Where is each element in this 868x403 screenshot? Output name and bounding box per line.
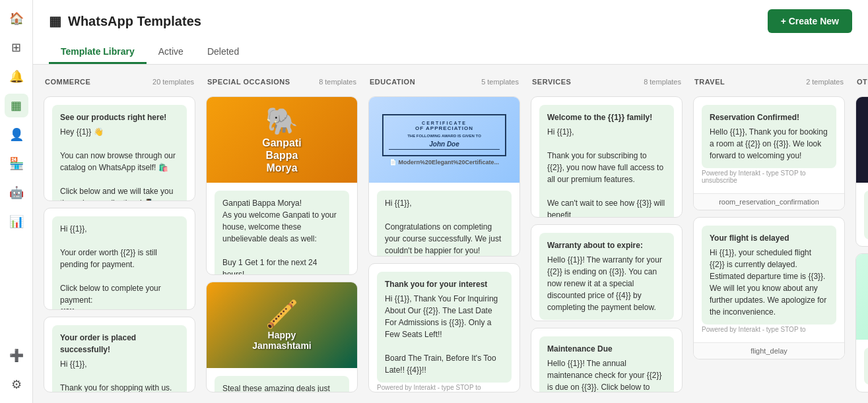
card-others-dark: ■ ■ ■ Hello {{1}}, We're currently a... … bbox=[855, 96, 868, 247]
column-title-others: OTHERS bbox=[857, 78, 868, 86]
card-order-placed: Your order is placed successfully! Hi {{… bbox=[44, 317, 195, 392]
card-subscription: Welcome to the {{1}} family! Hi {{1}}, T… bbox=[531, 96, 683, 218]
title-icon: ▦ bbox=[49, 13, 61, 29]
janmashtami-image: 🪈 HappyJanmashtami bbox=[207, 282, 357, 368]
message-flight-delay: Your flight is delayed Hi {{1}}, your sc… bbox=[702, 226, 836, 325]
cards-travel: Reservation Confirmed! Hello {{1}}, Than… bbox=[693, 96, 845, 392]
message-janmashtami: Steal these amazing deals just like Kris… bbox=[215, 376, 349, 392]
column-count-services: 8 templates bbox=[644, 78, 681, 86]
powered-warranty: Powered by Interakt - type STOP to unsub… bbox=[539, 320, 674, 321]
message-admission: Thank you for your interest Hi {{1}}, Th… bbox=[377, 272, 512, 383]
column-title-education: EDUCATION bbox=[370, 78, 415, 86]
admission-strong: Thank you for your interest bbox=[385, 278, 504, 290]
header: ▦ WhatsApp Templates + Create New Templa… bbox=[33, 0, 868, 65]
sidebar-icon-people[interactable]: 👤 bbox=[5, 123, 28, 146]
column-education: EDUCATION 5 templates CERTIFICATE OF APP… bbox=[368, 75, 520, 392]
column-title-commerce: COMMERCE bbox=[45, 78, 90, 86]
card-shop-products: See our products right here! Hey {{1}} 👋… bbox=[44, 96, 195, 201]
card-warranty: Warranty about to expire: Hello {{1}}! T… bbox=[531, 224, 683, 321]
powered-reservation: Powered by Interakt - type STOP to unsub… bbox=[702, 168, 836, 185]
maintenance-strong: Maintenance Due bbox=[547, 343, 666, 355]
message-abandoned: Hi {{1}}, Your order worth {{2}} is stil… bbox=[52, 216, 187, 311]
sidebar-icon-settings[interactable]: ⚙ bbox=[5, 373, 28, 396]
card-reservation: Reservation Confirmed! Hello {{1}}, Than… bbox=[693, 96, 845, 210]
tab-bar: Template Library Active Deleted bbox=[49, 41, 852, 64]
column-header-others: OTHERS bbox=[855, 75, 868, 91]
tab-deleted[interactable]: Deleted bbox=[195, 41, 251, 64]
cards-commerce: See our products right here! Hey {{1}} 👋… bbox=[44, 96, 195, 392]
message-subscription: Welcome to the {{1}} family! Hi {{1}}, T… bbox=[539, 105, 674, 218]
content-area: COMMERCE 20 templates See our products r… bbox=[33, 65, 868, 403]
others-dark-image: ■ ■ ■ bbox=[856, 97, 868, 183]
cards-special: 🐘 GanpatiBappaMorya Ganpati Bappa Morya!… bbox=[206, 96, 358, 392]
sidebar-icon-bot[interactable]: 🤖 bbox=[5, 181, 28, 204]
column-count-travel: 2 templates bbox=[806, 78, 844, 86]
certificate-image: CERTIFICATE OF APPRECIATION THE FOLLOWIN… bbox=[369, 97, 519, 183]
card-others-lady: 🧑‍💼 Hey {{1}}! Haven't... We miss you...… bbox=[855, 253, 868, 392]
cards-others: ■ ■ ■ Hello {{1}}, We're currently a... … bbox=[855, 96, 868, 392]
others-lady-image: 🧑‍💼 bbox=[856, 254, 868, 340]
column-header-travel: TRAVEL 2 templates bbox=[693, 75, 845, 91]
message-maintenance: Maintenance Due Hello {{1}}! The annual … bbox=[539, 336, 674, 392]
column-count-special: 8 templates bbox=[319, 78, 356, 86]
column-title-travel: TRAVEL bbox=[694, 78, 725, 86]
sidebar-icon-grid[interactable]: ⊞ bbox=[5, 36, 28, 59]
message-warranty: Warranty about to expire: Hello {{1}}! T… bbox=[539, 233, 674, 320]
title-text: WhatsApp Templates bbox=[68, 14, 201, 29]
card-abandoned-checkout: Hi {{1}}, Your order worth {{2}} is stil… bbox=[44, 208, 195, 311]
sidebar-icon-chart[interactable]: 📊 bbox=[5, 210, 28, 233]
tab-template-library[interactable]: Template Library bbox=[49, 41, 147, 64]
flight-strong: Your flight is delayed bbox=[710, 232, 828, 244]
cards-education: CERTIFICATE OF APPRECIATION THE FOLLOWIN… bbox=[368, 96, 520, 392]
card-maintenance: Maintenance Due Hello {{1}}! The annual … bbox=[531, 328, 683, 392]
message-ganpati: Ganpati Bappa Morya! As you welcome Ganp… bbox=[215, 191, 349, 275]
column-title-services: SERVICES bbox=[532, 78, 571, 86]
warranty-strong: Warranty about to expire: bbox=[547, 239, 666, 251]
card-janmashtami: 🪈 HappyJanmashtami Steal these amazing d… bbox=[206, 282, 358, 392]
main-content: ▦ WhatsApp Templates + Create New Templa… bbox=[33, 0, 868, 403]
column-travel: TRAVEL 2 templates Reservation Confirmed… bbox=[693, 75, 845, 392]
card-flight-delay: Your flight is delayed Hi {{1}}, your sc… bbox=[693, 217, 845, 359]
column-header-services: SERVICES 8 templates bbox=[531, 75, 683, 91]
column-count-commerce: 20 templates bbox=[152, 78, 194, 86]
create-new-button[interactable]: + Create New bbox=[768, 9, 852, 33]
card-order-strong: Your order is placed successfully! bbox=[60, 332, 179, 356]
column-header-commerce: COMMERCE 20 templates bbox=[44, 75, 195, 91]
column-title-special: SPECIAL OCCASIONS bbox=[207, 78, 290, 86]
column-services: SERVICES 8 templates Welcome to the {{1}… bbox=[531, 75, 683, 392]
sidebar-icon-bell[interactable]: 🔔 bbox=[5, 65, 28, 88]
message-order-placed: Your order is placed successfully! Hi {{… bbox=[52, 325, 187, 392]
page-title: ▦ WhatsApp Templates bbox=[49, 13, 201, 29]
card-admission: Thank you for your interest Hi {{1}}, Th… bbox=[368, 263, 520, 392]
sidebar-icon-table[interactable]: ▦ bbox=[5, 94, 28, 117]
card-certificate: CERTIFICATE OF APPRECIATION THE FOLLOWIN… bbox=[368, 96, 520, 257]
column-special-occasions: SPECIAL OCCASIONS 8 templates 🐘 GanpatiB… bbox=[206, 75, 358, 392]
message-shop-products: See our products right here! Hey {{1}} 👋… bbox=[52, 105, 187, 201]
powered-flight: Powered by Interakt - type STOP to bbox=[702, 325, 836, 334]
cards-services: Welcome to the {{1}} family! Hi {{1}}, T… bbox=[531, 96, 683, 392]
reservation-strong: Reservation Confirmed! bbox=[710, 111, 828, 123]
column-count-education: 5 templates bbox=[481, 78, 519, 86]
sidebar-icon-home[interactable]: 🏠 bbox=[5, 7, 28, 30]
sidebar: 🏠 ⊞ 🔔 ▦ 👤 🏪 🤖 📊 ➕ ⚙ bbox=[0, 0, 33, 403]
message-reservation: Reservation Confirmed! Hello {{1}}, Than… bbox=[702, 105, 836, 168]
message-others-dark: Hello {{1}}, We're currently a... and wi… bbox=[864, 191, 868, 239]
card-strong: See our products right here! bbox=[60, 111, 179, 123]
ganpati-image: 🐘 GanpatiBappaMorya bbox=[207, 97, 357, 183]
powered-admission: Powered by Interakt - type STOP to bbox=[377, 383, 512, 392]
sidebar-icon-shop[interactable]: 🏪 bbox=[5, 152, 28, 175]
card-ganpati: 🐘 GanpatiBappaMorya Ganpati Bappa Morya!… bbox=[206, 96, 358, 275]
column-header-special: SPECIAL OCCASIONS 8 templates bbox=[206, 75, 358, 91]
column-others: OTHERS ■ ■ ■ bbox=[855, 75, 868, 392]
columns-wrapper: COMMERCE 20 templates See our products r… bbox=[44, 75, 868, 392]
tab-active[interactable]: Active bbox=[147, 41, 195, 64]
message-certificate: Hi {{1}}, Congratulations on completing … bbox=[377, 191, 512, 257]
column-commerce: COMMERCE 20 templates See our products r… bbox=[44, 75, 195, 392]
message-others-lady: Hey {{1}}! Haven't... We miss you... Rec… bbox=[864, 348, 868, 385]
column-header-education: EDUCATION 5 templates bbox=[368, 75, 520, 91]
card-cta-reservation: room_reservation_confirmation bbox=[694, 193, 844, 210]
sidebar-icon-add[interactable]: ➕ bbox=[5, 344, 28, 367]
card-cta-flight: flight_delay bbox=[694, 342, 844, 359]
subscription-strong: Welcome to the {{1}} family! bbox=[547, 111, 666, 123]
